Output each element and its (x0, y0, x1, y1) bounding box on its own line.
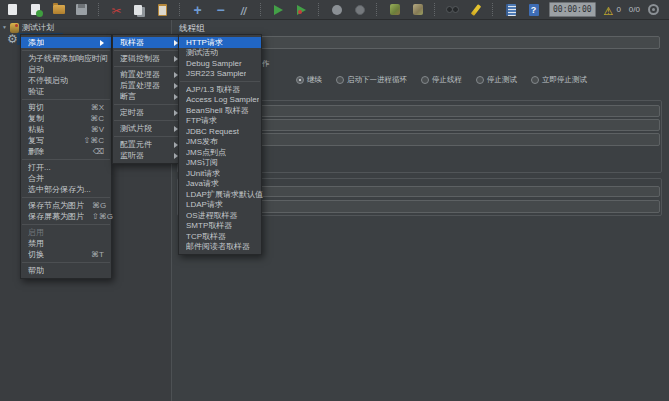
menu-item[interactable]: BeanShell 取样器 (179, 105, 261, 116)
toggle-button[interactable] (236, 2, 251, 17)
menu-shortcut: ⌘V (83, 125, 104, 134)
menu-item[interactable]: JMS订阅 (179, 158, 261, 169)
radio-option[interactable]: 启动下一进程循环 (336, 75, 407, 85)
menu-item-label: LDAP扩展请求默认值 (186, 189, 263, 200)
menu-item[interactable]: 为子线程添加响应时间 (21, 53, 111, 64)
menu-item[interactable]: 配置元件 (113, 139, 185, 150)
open-file-button[interactable] (51, 2, 66, 17)
menu-item[interactable]: Java请求 (179, 179, 261, 190)
menu-item[interactable]: 逻辑控制器 (113, 53, 185, 64)
menu-item[interactable]: 删除⌫ (21, 146, 111, 157)
radio-label: 停止线程 (432, 75, 462, 85)
menu-item[interactable]: 后置处理器 (113, 80, 185, 91)
menu-item[interactable]: 启动 (21, 64, 111, 75)
menu-item-label: 添加 (28, 37, 44, 48)
remote-stop-all-icon (413, 4, 423, 15)
menu-item[interactable]: 测试活动 (179, 48, 261, 59)
log-warning-indicator[interactable]: 0 (604, 1, 621, 19)
menu-item-label: 后置处理器 (120, 80, 160, 91)
shutdown-button[interactable] (352, 2, 367, 17)
menu-item[interactable]: SMTP取样器 (179, 221, 261, 232)
menu-item[interactable]: 监听器 (113, 150, 185, 161)
menu-item[interactable]: 复制⌘C (21, 113, 111, 124)
radio-option[interactable]: 立即停止测试 (531, 75, 587, 85)
menu-item[interactable]: 合并 (21, 173, 111, 184)
menu-item[interactable]: 断言 (113, 91, 185, 102)
menu-item[interactable]: 取样器 (113, 37, 185, 48)
radio-option[interactable]: 停止线程 (421, 75, 462, 85)
remote-start-all-icon (390, 4, 400, 15)
menu-item[interactable]: TCP取样器 (179, 231, 261, 242)
remote-start-all-button[interactable] (387, 2, 402, 17)
menu-item[interactable]: 帮助 (21, 265, 111, 276)
radio-circle-icon (296, 76, 304, 84)
menu-item[interactable]: JUnit请求 (179, 168, 261, 179)
start-no-pauses-button[interactable] (294, 2, 309, 17)
menu-item[interactable]: JDBC Request (179, 126, 261, 137)
menu-item[interactable]: JMS发布 (179, 137, 261, 148)
menu-item[interactable]: Access Log Sampler (179, 95, 261, 106)
start-no-pauses-icon (297, 5, 306, 15)
menu-item[interactable]: 测试片段 (113, 123, 185, 134)
add-submenu: 取样器逻辑控制器前置处理器后置处理器断言定时器测试片段配置元件监听器 (112, 34, 186, 164)
menu-separator (114, 104, 184, 105)
expand-arrow-icon[interactable]: ▼ (2, 25, 7, 30)
start-button[interactable] (271, 2, 286, 17)
menu-item-label: 邮件阅读者取样器 (186, 241, 250, 252)
menu-item[interactable]: 禁用 (21, 238, 111, 249)
menu-shortcut: ⌫ (85, 147, 104, 156)
radio-circle-icon (336, 76, 344, 84)
toolbar-separator (98, 3, 100, 16)
menu-item[interactable]: 复写⇧⌘C (21, 135, 111, 146)
menu-item-label: 帮助 (28, 265, 44, 276)
paste-button[interactable] (155, 2, 170, 17)
menu-item[interactable]: OS进程取样器 (179, 210, 261, 221)
menu-item[interactable]: 不停顿启动 (21, 75, 111, 86)
menu-item[interactable]: AJP/1.3 取样器 (179, 84, 261, 95)
menu-item[interactable]: 验证 (21, 86, 111, 97)
menu-item[interactable]: 邮件阅读者取样器 (179, 242, 261, 253)
menu-item[interactable]: 粘贴⌘V (21, 124, 111, 135)
cut-button[interactable] (109, 2, 124, 17)
clear-all-button[interactable] (468, 2, 483, 17)
radio-option[interactable]: 继续 (296, 75, 322, 85)
menu-item[interactable]: 切换⌘T (21, 249, 111, 260)
menu-item-label: TCP取样器 (186, 231, 226, 242)
menu-item[interactable]: 保存屏幕为图片⇧⌘G (21, 211, 111, 222)
open-template-button[interactable] (28, 2, 43, 17)
menu-separator (22, 159, 110, 160)
menu-item[interactable]: LDAP扩展请求默认值 (179, 189, 261, 200)
menu-item[interactable]: Debug Sampler (179, 58, 261, 69)
help-button[interactable] (526, 2, 541, 17)
menu-item-label: 测试活动 (186, 47, 218, 58)
remote-stop-all-button[interactable] (410, 2, 425, 17)
menu-item[interactable]: 剪切⌘X (21, 102, 111, 113)
stop-button[interactable] (329, 2, 344, 17)
menu-item[interactable]: 添加 (21, 37, 111, 48)
menu-item[interactable]: JMS点到点 (179, 147, 261, 158)
menu-item-label: 复写 (28, 135, 44, 146)
function-helper-button[interactable] (503, 2, 518, 17)
toolbar-separator (376, 3, 378, 16)
save-button[interactable] (74, 2, 89, 17)
new-file-button[interactable] (5, 2, 20, 17)
radio-label: 启动下一进程循环 (347, 75, 407, 85)
menu-item[interactable]: 定时器 (113, 107, 185, 118)
tree-item-label: 测试计划 (22, 22, 54, 33)
menu-item-label: FTP请求 (186, 115, 217, 126)
search-button[interactable] (445, 2, 460, 17)
menu-item[interactable]: 保存节点为图片⌘G (21, 200, 111, 211)
menu-item[interactable]: JSR223 Sampler (179, 69, 261, 80)
paste-icon (158, 4, 167, 16)
copy-button[interactable] (132, 2, 147, 17)
menu-item[interactable]: 选中部分保存为... (21, 184, 111, 195)
collapse-all-button[interactable] (213, 2, 228, 17)
menu-item[interactable]: HTTP请求 (179, 37, 261, 48)
menu-item[interactable]: FTP请求 (179, 116, 261, 127)
tree-item-thread-group[interactable]: ⚙ (7, 33, 18, 45)
menu-item[interactable]: 前置处理器 (113, 69, 185, 80)
menu-item[interactable]: LDAP请求 (179, 200, 261, 211)
radio-option[interactable]: 停止测试 (476, 75, 517, 85)
expand-all-button[interactable] (190, 2, 205, 17)
menu-item[interactable]: 打开... (21, 162, 111, 173)
